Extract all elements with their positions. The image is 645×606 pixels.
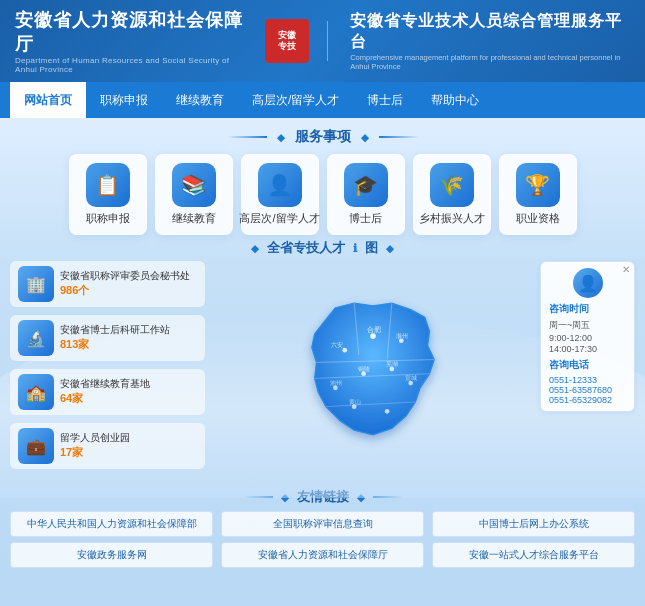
- map-svg: 合肥 六安 滁州 铜陵 芜湖 池州 宣城 黄山: [273, 289, 473, 449]
- talent-label-0: 安徽省职称评审委员会秘书处: [60, 269, 190, 283]
- svg-point-13: [384, 409, 389, 414]
- talent-number-2: 64家: [60, 391, 150, 406]
- service-icon-title: 📋: [86, 163, 130, 207]
- svg-point-9: [389, 367, 394, 372]
- service-item-postdoc[interactable]: 🎓 博士后: [327, 154, 405, 235]
- panel-time-pm: 14:00-17:30: [549, 344, 626, 354]
- nav-bar: 网站首页 职称申报 继续教育 高层次/留学人才 博士后 帮助中心: [0, 82, 645, 118]
- svg-text:宣城: 宣城: [405, 374, 417, 381]
- nav-item-talent[interactable]: 高层次/留学人才: [238, 82, 353, 118]
- talent-item-3: 💼 留学人员创业园 17家: [10, 423, 205, 469]
- svg-point-7: [398, 338, 403, 343]
- talent-info-icon: ℹ: [353, 242, 357, 255]
- panel-time-weekdays: 周一~周五: [549, 319, 626, 332]
- service-item-education[interactable]: 📚 继续教育: [155, 154, 233, 235]
- header-platform: 安徽省专业技术人员综合管理服务平台 Comprehensive manageme…: [350, 11, 630, 71]
- talent-label-2: 安徽省继续教育基地: [60, 377, 150, 391]
- nav-item-postdoc[interactable]: 博士后: [353, 82, 417, 118]
- right-panel: ✕ 👤 咨询时间 周一~周五 9:00-12:00 14:00-17:30 咨询…: [540, 261, 635, 477]
- talent-label-1: 安徽省博士后科研工作站: [60, 323, 170, 337]
- dept-title-zh: 安徽省人力资源和社会保障厅: [15, 8, 253, 56]
- svg-point-12: [351, 404, 356, 409]
- link-item-4[interactable]: 安徽省人力资源和社会保障厅: [221, 542, 424, 568]
- links-diamond-left: ◆: [281, 492, 289, 503]
- line-left: [243, 496, 273, 498]
- service-icon-education: 📚: [172, 163, 216, 207]
- panel-tel-2: 0551-63587680: [549, 385, 626, 395]
- svg-text:合肥: 合肥: [367, 326, 381, 333]
- nav-item-education[interactable]: 继续教育: [162, 82, 238, 118]
- talent-map: 合肥 六安 滁州 铜陵 芜湖 池州 宣城 黄山: [213, 261, 532, 477]
- talent-list: 🏢 安徽省职称评审委员会秘书处 986个 🔬 安徽省博士后科研工作站 813家 …: [10, 261, 205, 477]
- talent-icon-0: 🏢: [18, 266, 54, 302]
- svg-point-11: [408, 381, 413, 386]
- link-item-0[interactable]: 中华人民共和国人力资源和社会保障部: [10, 511, 213, 537]
- panel-tel-1: 0551-12333: [549, 375, 626, 385]
- services-section: ◆ 服务事项 ◆ 📋 职称申报 📚 继续教育 👤 高层次/留学人才 🎓 博士后: [0, 128, 645, 235]
- talent-item-0: 🏢 安徽省职称评审委员会秘书处 986个: [10, 261, 205, 307]
- talent-number-1: 813家: [60, 337, 170, 352]
- diamond-left: ◆: [277, 132, 285, 143]
- talent-item-1: 🔬 安徽省博士后科研工作站 813家: [10, 315, 205, 361]
- platform-title-en: Comprehensive management platform for pr…: [350, 53, 630, 71]
- svg-point-8: [361, 371, 366, 376]
- nav-item-help[interactable]: 帮助中心: [417, 82, 493, 118]
- svg-text:黄山: 黄山: [348, 399, 360, 405]
- service-label-education: 继续教育: [172, 211, 216, 226]
- links-title: ◆ 友情链接 ◆: [10, 488, 635, 506]
- contact-card: ✕ 👤 咨询时间 周一~周五 9:00-12:00 14:00-17:30 咨询…: [540, 261, 635, 412]
- link-item-2[interactable]: 中国博士后网上办公系统: [432, 511, 635, 537]
- main-content: ◆ 服务事项 ◆ 📋 职称申报 📚 继续教育 👤 高层次/留学人才 🎓 博士后: [0, 118, 645, 606]
- service-icon-postdoc: 🎓: [344, 163, 388, 207]
- service-item-highlevel[interactable]: 👤 高层次/留学人才: [241, 154, 319, 235]
- diamond-right: ◆: [361, 132, 369, 143]
- service-label-highlevel: 高层次/留学人才: [239, 211, 319, 226]
- talent-label-3: 留学人员创业园: [60, 431, 130, 445]
- nav-item-home[interactable]: 网站首页: [10, 82, 86, 118]
- service-item-rural[interactable]: 🌾 乡村振兴人才: [413, 154, 491, 235]
- platform-title-zh: 安徽省专业技术人员综合管理服务平台: [350, 11, 630, 53]
- panel-tel-title: 咨询电话: [549, 358, 626, 372]
- links-grid: 中华人民共和国人力资源和社会保障部 全国职称评审信息查询 中国博士后网上办公系统…: [10, 511, 635, 568]
- talent-section-title: ◆ 全省专技人才 ℹ 图 ◆: [0, 239, 645, 257]
- talent-icon-3: 💼: [18, 428, 54, 464]
- talent-icon-2: 🏫: [18, 374, 54, 410]
- line-right: [373, 496, 403, 498]
- services-grid: 📋 职称申报 📚 继续教育 👤 高层次/留学人才 🎓 博士后 🌾 乡村振兴人才 …: [10, 154, 635, 235]
- svg-text:池州: 池州: [329, 380, 341, 386]
- talent-diamond-right: ◆: [386, 243, 394, 254]
- link-item-1[interactable]: 全国职称评审信息查询: [221, 511, 424, 537]
- talent-icon-1: 🔬: [18, 320, 54, 356]
- panel-tel-3: 0551-65329082: [549, 395, 626, 405]
- svg-text:六安: 六安: [330, 341, 342, 348]
- nav-item-title[interactable]: 职称申报: [86, 82, 162, 118]
- close-button[interactable]: ✕: [622, 264, 630, 275]
- talent-number-0: 986个: [60, 283, 190, 298]
- talent-item-2: 🏫 安徽省继续教育基地 64家: [10, 369, 205, 415]
- link-item-3[interactable]: 安徽政务服务网: [10, 542, 213, 568]
- header: 安徽省人力资源和社会保障厅 Department of Human Resour…: [0, 0, 645, 82]
- logo: 安徽专技: [265, 19, 309, 63]
- talent-diamond-left: ◆: [251, 243, 259, 254]
- header-dept: 安徽省人力资源和社会保障厅 Department of Human Resour…: [15, 8, 253, 74]
- service-item-qualification[interactable]: 🏆 职业资格: [499, 154, 577, 235]
- panel-avatar: 👤: [573, 268, 603, 298]
- service-item-title[interactable]: 📋 职称申报: [69, 154, 147, 235]
- svg-text:铜陵: 铜陵: [356, 366, 369, 372]
- service-icon-rural: 🌾: [430, 163, 474, 207]
- svg-point-10: [333, 385, 338, 390]
- link-item-5[interactable]: 安徽一站式人才综合服务平台: [432, 542, 635, 568]
- service-label-title: 职称申报: [86, 211, 130, 226]
- service-label-postdoc: 博士后: [349, 211, 382, 226]
- svg-text:芜湖: 芜湖: [386, 361, 398, 367]
- services-title: ◆ 服务事项 ◆: [10, 128, 635, 146]
- service-icon-qualification: 🏆: [516, 163, 560, 207]
- panel-time-title: 咨询时间: [549, 302, 626, 316]
- service-label-rural: 乡村振兴人才: [419, 211, 485, 226]
- talent-number-3: 17家: [60, 445, 130, 460]
- svg-text:滁州: 滁州: [395, 333, 407, 339]
- links-diamond-right: ◆: [357, 492, 365, 503]
- dept-title-en: Department of Human Resources and Social…: [15, 56, 253, 74]
- header-divider: [327, 21, 328, 61]
- panel-time-am: 9:00-12:00: [549, 333, 626, 343]
